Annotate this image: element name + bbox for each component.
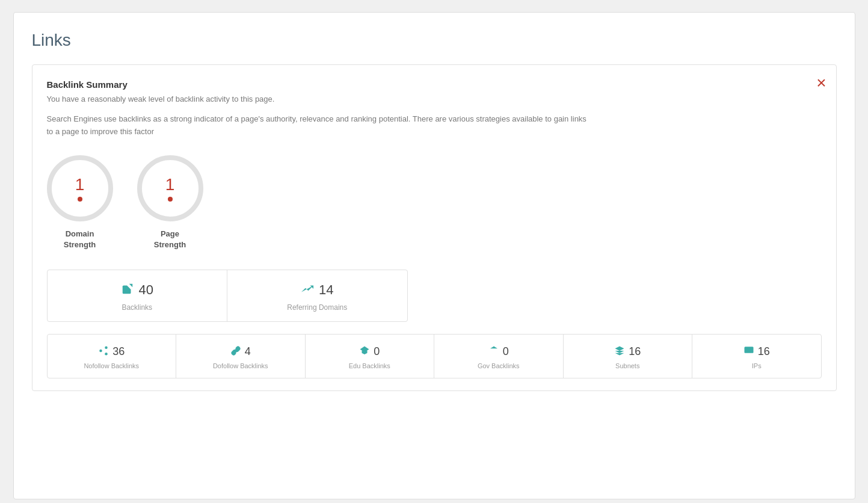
dofollow-number: 4 — [245, 345, 251, 358]
subnets-number: 16 — [629, 345, 641, 358]
backlinks-stat: 40 Backlinks — [48, 270, 228, 321]
referring-domains-stat: 14 Referring Domains — [227, 270, 407, 321]
link-icon — [230, 345, 241, 359]
card-subtitle: You have a reasonably weak level of back… — [47, 94, 822, 103]
edu-number: 0 — [374, 345, 380, 358]
card-title: Backlink Summary — [47, 79, 822, 90]
stats-bottom-row: 36 Nofollow Backlinks 4 Dofollow Backlin… — [47, 334, 822, 378]
svg-marker-13 — [615, 346, 624, 351]
svg-line-4 — [102, 351, 105, 353]
backlinks-value-row: 40 — [121, 282, 153, 298]
page-strength-value: 1 — [165, 175, 175, 194]
close-button[interactable]: × — [816, 75, 826, 91]
svg-point-2 — [99, 350, 102, 353]
page-wrapper: Links × Backlink Summary You have a reas… — [13, 12, 855, 499]
svg-point-1 — [105, 346, 108, 349]
svg-marker-12 — [490, 346, 497, 348]
page-strength-circle: 1 — [137, 155, 203, 221]
layers-icon — [614, 345, 625, 359]
svg-rect-14 — [744, 347, 753, 353]
domain-strength-dot — [78, 197, 82, 202]
gov-number: 0 — [503, 345, 509, 358]
nofollow-label: Nofollow Backlinks — [84, 362, 139, 369]
subnets-label: Subnets — [615, 362, 639, 369]
edu-stat: 0 Edu Backlinks — [306, 335, 435, 378]
backlinks-number: 40 — [139, 282, 153, 298]
page-strength-dot — [168, 197, 173, 202]
backlinks-label: Backlinks — [122, 303, 152, 312]
page-strength-label: PageStrength — [154, 229, 186, 250]
gauges-row: 1 DomainStrength 1 PageStrength — [47, 155, 822, 250]
page-title: Links — [32, 31, 837, 50]
external-link-icon — [121, 282, 134, 298]
domain-strength-value: 1 — [75, 175, 85, 194]
building-icon — [488, 345, 499, 359]
graduation-icon — [359, 345, 370, 359]
ips-stat: 16 IPs — [692, 335, 821, 378]
ips-number: 16 — [758, 345, 770, 358]
referring-domains-value-row: 14 — [301, 282, 333, 298]
gov-label: Gov Backlinks — [478, 362, 520, 369]
gov-stat: 0 Gov Backlinks — [434, 335, 564, 378]
card-description: Search Engines use backlinks as a strong… — [47, 113, 588, 138]
nofollow-number: 36 — [112, 345, 125, 358]
nofollow-stat: 36 Nofollow Backlinks — [48, 335, 177, 378]
domain-strength-gauge: 1 DomainStrength — [47, 155, 113, 250]
ips-label: IPs — [752, 362, 762, 369]
backlink-summary-card: × Backlink Summary You have a reasonably… — [32, 64, 837, 391]
dofollow-label: Dofollow Backlinks — [213, 362, 268, 369]
subnets-stat: 16 Subnets — [564, 335, 693, 378]
share-icon — [98, 345, 109, 359]
svg-point-3 — [105, 353, 108, 356]
referring-domains-number: 14 — [319, 282, 333, 298]
svg-line-5 — [102, 348, 105, 350]
dofollow-stat: 4 Dofollow Backlinks — [176, 335, 306, 378]
trending-up-icon — [301, 282, 314, 298]
monitor-icon — [743, 345, 754, 359]
page-strength-gauge: 1 PageStrength — [137, 155, 203, 250]
domain-strength-circle: 1 — [47, 155, 113, 221]
stats-top-row: 40 Backlinks 14 Referring Domains — [47, 270, 408, 322]
domain-strength-label: DomainStrength — [64, 229, 96, 250]
referring-domains-label: Referring Domains — [287, 303, 347, 312]
edu-label: Edu Backlinks — [349, 362, 390, 369]
